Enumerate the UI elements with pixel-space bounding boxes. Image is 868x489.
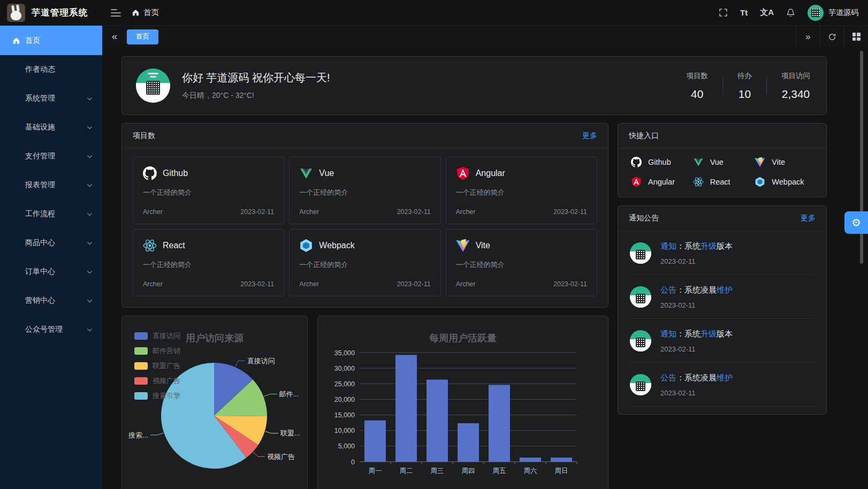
tab-home[interactable]: 首页 xyxy=(127,29,158,44)
project-name: React xyxy=(163,241,185,250)
legend-item-联盟广告[interactable]: 联盟广告 xyxy=(134,361,180,371)
project-author: Archer xyxy=(456,280,476,288)
profile-qr-avatar xyxy=(136,68,170,103)
logo-area[interactable]: 芋道管理系统 xyxy=(0,4,102,22)
notices-more-link[interactable]: 更多 xyxy=(801,213,816,223)
legend-swatch xyxy=(134,377,148,385)
project-author: Archer xyxy=(143,208,163,216)
notice-title-link[interactable]: 通知：系统升级版本 xyxy=(660,329,733,339)
menu-collapse-icon[interactable] xyxy=(111,9,121,17)
shortcut-github[interactable]: Github xyxy=(631,157,690,167)
project-card-angular[interactable]: Angular一个正经的简介Archer2023-02-11 xyxy=(446,157,597,224)
project-date: 2023-02-11 xyxy=(240,208,274,216)
notice-title-link[interactable]: 公告：系统凌晨维护 xyxy=(660,373,733,383)
tabs-scroll-right-icon[interactable]: » xyxy=(796,26,820,48)
sidebar-item-label: 基础设施 xyxy=(25,123,55,132)
notice-title-link[interactable]: 公告：系统凌晨维护 xyxy=(660,285,733,295)
shortcut-webpack[interactable]: Webpack xyxy=(755,177,813,187)
project-name: Github xyxy=(163,169,188,178)
sidebar-item-7[interactable]: 工作流程 xyxy=(0,200,102,228)
sidebar-item-6[interactable]: 报表管理 xyxy=(0,171,102,200)
project-description: 一个正经的简介 xyxy=(143,188,274,197)
fullscreen-icon[interactable] xyxy=(719,8,728,17)
project-card-github[interactable]: Github一个正经的简介Archer2023-02-11 xyxy=(133,157,284,224)
sidebar-item-label: 营销中心 xyxy=(25,296,55,305)
vite-icon xyxy=(755,157,765,167)
pie-legend: 直接访问邮件营销联盟广告视频广告搜索引擎 xyxy=(134,331,180,401)
project-card-webpack[interactable]: Webpack一个正经的简介Archer2023-02-11 xyxy=(289,229,440,296)
stat-value: 10 xyxy=(737,88,752,101)
sidebar-item-2[interactable]: 作者动态 xyxy=(0,55,102,84)
notice-date: 2023-02-11 xyxy=(660,389,733,397)
notice-item-4: 公告：系统凌晨维护2023-02-11 xyxy=(629,363,816,407)
sidebar-item-label: 工作流程 xyxy=(25,209,55,219)
theme-settings-button[interactable]: ⚙ xyxy=(844,211,868,234)
sidebar-item-label: 系统管理 xyxy=(25,94,55,103)
x-category-label: 周三 xyxy=(431,467,444,475)
stat-value: 40 xyxy=(687,88,709,101)
bar-周四[interactable] xyxy=(458,423,479,462)
project-card-vite[interactable]: Vite一个正经的简介Archer2023-02-11 xyxy=(446,229,597,296)
shortcut-react[interactable]: React xyxy=(693,177,752,187)
chevron-down-icon xyxy=(86,182,93,189)
projects-more-link[interactable]: 更多 xyxy=(582,131,597,141)
breadcrumb[interactable]: 首页 xyxy=(132,7,159,18)
legend-label: 搜索引擎 xyxy=(153,391,180,401)
bar-周六[interactable] xyxy=(520,457,541,462)
sidebar-item-1[interactable]: 首页 xyxy=(0,26,102,55)
sidebar-item-8[interactable]: 商品中心 xyxy=(0,228,102,257)
chevron-down-icon xyxy=(86,153,93,160)
shortcut-label: React xyxy=(710,178,730,186)
font-size-icon[interactable]: Tt xyxy=(740,8,748,17)
sidebar-item-11[interactable]: 公众号管理 xyxy=(0,315,102,344)
sidebar-item-4[interactable]: 基础设施 xyxy=(0,113,102,142)
legend-item-直接访问[interactable]: 直接访问 xyxy=(134,331,180,341)
shortcut-label: Webpack xyxy=(772,178,804,186)
shortcut-vue[interactable]: Vue xyxy=(693,157,752,167)
project-date: 2023-02-11 xyxy=(553,208,587,216)
notice-qr-avatar xyxy=(630,374,651,395)
stat-3: 项目访问2,340 xyxy=(767,71,812,101)
sidebar-item-3[interactable]: 系统管理 xyxy=(0,84,102,113)
sidebar-item-9[interactable]: 订单中心 xyxy=(0,257,102,286)
bar-周日[interactable] xyxy=(551,457,572,462)
project-description: 一个正经的简介 xyxy=(456,188,587,197)
github-icon xyxy=(631,157,642,167)
chevron-down-icon xyxy=(86,269,93,276)
chevron-down-icon xyxy=(86,211,93,218)
pie-label: 直接访问 xyxy=(247,357,275,365)
legend-item-搜索引擎[interactable]: 搜索引擎 xyxy=(134,391,180,401)
tabs-menu-icon[interactable] xyxy=(844,26,868,48)
notice-title-link[interactable]: 通知：系统升级版本 xyxy=(660,241,733,251)
refresh-icon[interactable] xyxy=(820,26,844,48)
user-menu[interactable]: 芋道源码 xyxy=(808,5,858,21)
project-card-vue[interactable]: Vue一个正经的简介Archer2023-02-11 xyxy=(289,157,440,224)
shortcut-angular[interactable]: Angular xyxy=(631,177,690,187)
y-tick-label: 30,000 xyxy=(334,365,355,372)
shortcut-label: Vue xyxy=(710,158,724,166)
legend-item-邮件营销[interactable]: 邮件营销 xyxy=(134,346,180,356)
bar-周五[interactable] xyxy=(489,385,510,462)
notice-date: 2023-02-11 xyxy=(660,301,733,309)
tabs-scroll-left-icon[interactable]: « xyxy=(102,31,127,42)
shortcut-vite[interactable]: Vite xyxy=(755,157,813,167)
chevron-down-icon xyxy=(86,297,93,304)
react-icon xyxy=(143,239,157,253)
bell-icon[interactable] xyxy=(786,8,795,17)
project-card-react[interactable]: React一个正经的简介Archer2023-02-11 xyxy=(133,229,284,296)
shortcuts-title: 快捷入口 xyxy=(629,131,659,141)
y-tick-label: 20,000 xyxy=(334,396,355,403)
legend-item-视频广告[interactable]: 视频广告 xyxy=(134,376,180,386)
bar-周三[interactable] xyxy=(427,380,448,462)
sidebar-item-10[interactable]: 营销中心 xyxy=(0,286,102,315)
notice-qr-avatar xyxy=(630,286,651,308)
language-icon[interactable]: 文A xyxy=(760,7,774,18)
bar-周一[interactable] xyxy=(364,421,386,462)
shortcut-label: Github xyxy=(648,158,671,166)
y-tick-label: 0 xyxy=(351,459,355,466)
sidebar-item-5[interactable]: 支付管理 xyxy=(0,142,102,171)
bar-周二[interactable] xyxy=(395,355,417,462)
x-category-label: 周六 xyxy=(524,467,537,475)
x-category-label: 周五 xyxy=(493,467,506,475)
vue-icon xyxy=(299,166,313,180)
